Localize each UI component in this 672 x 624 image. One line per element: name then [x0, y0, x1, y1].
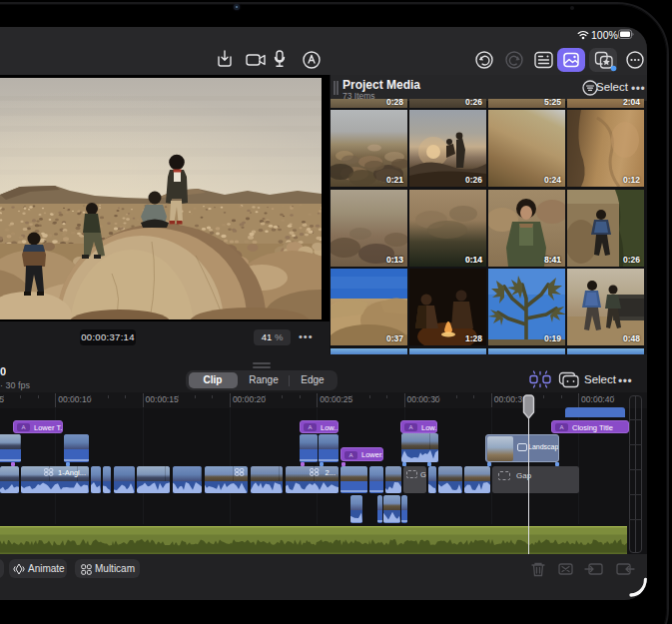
svg-text:100%: 100% — [591, 29, 618, 41]
